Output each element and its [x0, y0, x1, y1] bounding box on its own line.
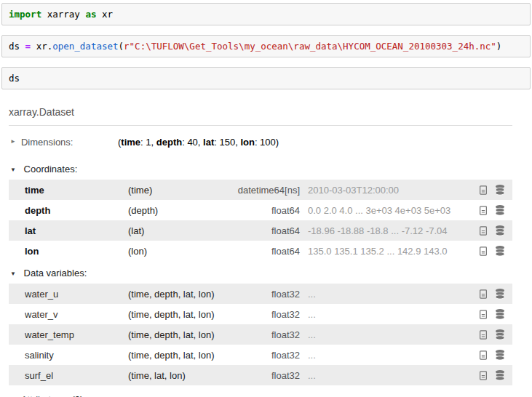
dimensions-label: Dimensions: — [21, 137, 74, 148]
variable-dims: (depth) — [128, 205, 237, 216]
coordinates-list: time (time) datetime64[ns] 2010-03-03T12… — [9, 180, 512, 261]
section-attributes: ► Attributes: (9) — [9, 385, 512, 397]
variable-name: lon — [25, 246, 128, 257]
variable-preview: ... — [301, 350, 474, 361]
variable-name: surf_el — [25, 370, 128, 381]
show-attributes-icon[interactable] — [474, 370, 492, 381]
variable-dtype: datetime64[ns] — [237, 185, 301, 196]
dims-text: : 40, — [182, 137, 203, 148]
dims-text: : 1, — [140, 137, 156, 148]
dim-name: lon — [240, 137, 255, 148]
show-attributes-icon[interactable] — [474, 289, 492, 300]
show-attributes-icon[interactable] — [474, 205, 492, 216]
show-attributes-icon[interactable] — [474, 185, 492, 196]
var-row-water-u: water_u (time, depth, lat, lon) float32 … — [9, 284, 512, 304]
variable-dims: (time, depth, lat, lon) — [128, 289, 237, 300]
variable-name: water_v — [25, 309, 128, 320]
section-dimensions: ► Dimensions: (time: 1, depth: 40, lat: … — [9, 126, 512, 157]
variable-preview: 135.0 135.1 135.2 ... 142.9 143.0 — [301, 246, 474, 257]
code-token: import — [9, 9, 41, 20]
code-line: ds = xr.open_dataset(r"C:\TUFLOW\Get_Too… — [9, 40, 523, 52]
code-token: ) — [496, 41, 502, 52]
variable-dtype: float32 — [237, 309, 301, 320]
variable-preview: ... — [301, 370, 474, 381]
variable-name: lat — [25, 225, 128, 236]
notebook: import xarray as xr ds = xr.open_dataset… — [0, 0, 532, 397]
code-token: ds — [9, 73, 20, 84]
variable-dtype: float32 — [237, 370, 301, 381]
coord-row-depth: depth (depth) float64 0.0 2.0 4.0 ... 3e… — [9, 200, 512, 220]
code-token: xarray — [41, 9, 85, 20]
dim-name: depth — [156, 137, 182, 148]
variable-name: time — [25, 185, 128, 196]
show-attributes-icon[interactable] — [474, 329, 492, 340]
show-data-icon[interactable] — [492, 369, 508, 381]
data-variables-list: water_u (time, depth, lat, lon) float32 … — [9, 284, 512, 385]
variable-preview: ... — [301, 289, 474, 300]
var-row-surf-el: surf_el (time, lat, lon) float32 ... — [9, 365, 512, 385]
variable-dims: (time, lat, lon) — [128, 370, 237, 381]
dims-text: : 150, — [214, 137, 240, 148]
section-coordinates: ▼ Coordinates: time (time) datetime64[ns… — [9, 157, 512, 261]
variable-dims: (time, depth, lat, lon) — [128, 350, 237, 361]
code-cell-open-dataset[interactable]: ds = xr.open_dataset(r"C:\TUFLOW\Get_Too… — [1, 35, 531, 57]
code-line: ds — [9, 72, 523, 84]
variable-dtype: float64 — [237, 225, 301, 236]
code-token: = — [25, 41, 31, 52]
show-attributes-icon[interactable] — [474, 246, 492, 257]
dataset-type-title: xarray.Dataset — [9, 99, 512, 126]
coord-row-lon: lon (lon) float64 135.0 135.1 135.2 ... … — [9, 241, 512, 261]
var-row-water-temp: water_temp (time, depth, lat, lon) float… — [9, 324, 512, 345]
attributes-count: (9) — [71, 394, 83, 397]
variable-dtype: float32 — [237, 350, 301, 361]
show-data-icon[interactable] — [492, 204, 508, 216]
code-cell-ds[interactable]: ds — [1, 67, 531, 89]
variable-dtype: float64 — [237, 246, 301, 257]
show-data-icon[interactable] — [492, 349, 508, 361]
variable-name: depth — [25, 205, 128, 216]
variable-dims: (time) — [128, 185, 237, 196]
code-token: ( — [119, 41, 124, 52]
variable-preview: ... — [301, 329, 474, 340]
variable-preview: 0.0 2.0 4.0 ... 3e+03 4e+03 5e+03 — [301, 205, 474, 216]
variable-dtype: float64 — [237, 205, 301, 216]
code-token: open_dataset — [52, 41, 118, 52]
dimensions-summary: (time: 1, depth: 40, lat: 150, lon: 100) — [118, 137, 512, 148]
code-token: xr. — [31, 41, 52, 52]
variable-name: water_temp — [25, 329, 128, 340]
variable-preview: -18.96 -18.88 -18.8 ... -7.12 -7.04 — [301, 225, 474, 236]
variable-dims: (time, depth, lat, lon) — [128, 309, 237, 320]
var-row-salinity: salinity (time, depth, lat, lon) float32… — [9, 345, 512, 365]
chevron-down-icon: ▼ — [10, 167, 16, 173]
variable-dtype: float32 — [237, 289, 301, 300]
data-variables-label: Data variables: — [24, 268, 87, 278]
show-attributes-icon[interactable] — [474, 225, 492, 236]
coord-row-time: time (time) datetime64[ns] 2010-03-03T12… — [9, 180, 512, 200]
chevron-right-icon: ► — [10, 138, 16, 145]
show-data-icon[interactable] — [492, 329, 508, 340]
dimensions-toggle[interactable]: ► Dimensions: — [10, 137, 118, 148]
show-data-icon[interactable] — [492, 184, 508, 196]
attributes-toggle[interactable]: ► Attributes: — [10, 394, 63, 397]
show-data-icon[interactable] — [492, 225, 508, 236]
code-token: ds — [9, 41, 25, 52]
coordinates-toggle[interactable]: ▼ Coordinates: — [9, 157, 512, 180]
xarray-dataset-output: xarray.Dataset ► Dimensions: (time: 1, d… — [9, 99, 512, 397]
section-data-variables: ▼ Data variables: water_u (time, depth, … — [9, 261, 512, 385]
code-cell-import[interactable]: import xarray as xr — [1, 3, 531, 25]
data-variables-toggle[interactable]: ▼ Data variables: — [9, 261, 512, 284]
coord-row-lat: lat (lat) float64 -18.96 -18.88 -18.8 ..… — [9, 220, 512, 241]
chevron-down-icon: ▼ — [10, 270, 16, 277]
show-data-icon[interactable] — [492, 245, 508, 257]
variable-dtype: float32 — [237, 329, 301, 340]
show-attributes-icon[interactable] — [474, 350, 492, 361]
show-data-icon[interactable] — [492, 308, 508, 320]
variable-dims: (time, depth, lat, lon) — [128, 329, 237, 340]
variable-preview: 2010-03-03T12:00:00 — [301, 185, 474, 196]
var-row-water-v: water_v (time, depth, lat, lon) float32 … — [9, 304, 512, 324]
dim-name: time — [121, 137, 140, 148]
show-data-icon[interactable] — [492, 288, 508, 300]
code-token: as — [85, 9, 96, 20]
show-attributes-icon[interactable] — [474, 309, 492, 320]
attributes-label: Attributes: — [21, 394, 64, 397]
